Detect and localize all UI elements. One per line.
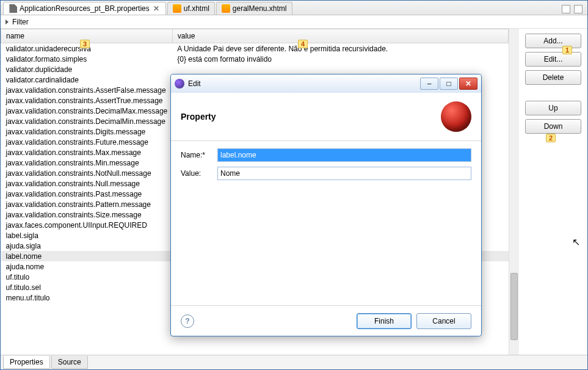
help-icon[interactable]: ? [181, 314, 194, 328]
filter-bar[interactable]: Filter [1, 15, 587, 29]
cell-name: javax.validation.constraints.AssertFalse… [1, 85, 173, 95]
value-input[interactable] [217, 167, 471, 180]
cursor-icon: ↖ [572, 236, 580, 248]
dialog-form: Name:* Value: [171, 141, 481, 192]
cell-name: ajuda.nome [1, 261, 173, 272]
xhtml-icon [222, 4, 230, 13]
property-icon [441, 101, 471, 132]
minimize-view-icon[interactable] [562, 5, 570, 13]
value-label: Value: [181, 169, 217, 178]
dialog-minimize-button[interactable]: – [420, 78, 438, 90]
cell-name: validator.cardinalidade [1, 74, 173, 85]
cell-name: uf.titulo.sel [1, 282, 173, 292]
cell-name: uf.titulo [1, 272, 173, 282]
add-button[interactable]: Add... [525, 34, 581, 48]
callout-2: 2 [546, 134, 556, 142]
file-icon [9, 4, 17, 13]
tab-close-icon[interactable]: ✕ [152, 4, 161, 13]
cell-name: javax.validation.constraints.AssertTrue.… [1, 95, 173, 106]
eclipse-icon [175, 79, 184, 89]
dialog-close-button[interactable]: ✕ [459, 78, 477, 90]
finish-button[interactable]: Finish [357, 313, 412, 329]
callout-4: 4 [298, 40, 308, 48]
cell-value: A Unidade Pai deve ser diferente. Não é … [172, 43, 508, 54]
tab-label: geralMenu.xhtml [233, 4, 287, 13]
cell-name: javax.validation.constraints.NotNull.mes… [1, 168, 173, 178]
delete-button[interactable]: Delete [525, 70, 581, 85]
cell-name: label.nome [1, 251, 173, 261]
table-row[interactable]: validator.duplicidade [1, 64, 509, 74]
cell-name: javax.validation.constraints.Pattern.mes… [1, 199, 173, 209]
editor-tab-0[interactable]: ApplicationResources_pt_BR.properties✕ [3, 2, 166, 15]
callout-1: 1 [562, 46, 572, 54]
editor-tabbar: ApplicationResources_pt_BR.properties✕uf… [1, 1, 587, 15]
cell-name: javax.validation.constraints.Future.mess… [1, 137, 173, 147]
tab-label: ApplicationResources_pt_BR.properties [20, 4, 150, 13]
editor-tab-2[interactable]: geralMenu.xhtml [216, 2, 292, 15]
cell-name: label.sigla [1, 230, 173, 241]
filter-label: Filter [12, 18, 29, 26]
up-button[interactable]: Up [525, 101, 581, 115]
tab-source[interactable]: Source [51, 356, 88, 369]
dialog-footer: ? Finish Cancel [171, 305, 481, 336]
down-button[interactable]: Down [525, 119, 581, 134]
cell-name: javax.faces.component.UIInput.REQUIRED [1, 220, 173, 230]
cell-name: javax.validation.constraints.Digits.mess… [1, 126, 173, 137]
sidebar-buttons: Add... Edit... Delete Up Down [519, 29, 587, 355]
maximize-view-icon[interactable] [574, 5, 583, 13]
dialog-title: Edit [188, 79, 201, 88]
cell-name: javax.validation.constraints.Past.messag… [1, 189, 173, 199]
edit-button[interactable]: Edit... [525, 52, 581, 67]
cell-name: javax.validation.constraints.Max.message [1, 147, 173, 158]
table-row[interactable]: validator.formato.simples{0} está com fo… [1, 54, 509, 64]
cancel-button[interactable]: Cancel [416, 313, 471, 329]
cell-name: javax.validation.constraints.Size.messag… [1, 209, 173, 220]
name-label: Name:* [181, 151, 217, 159]
cell-name: menu.uf.titulo [1, 292, 173, 303]
callout-3: 3 [80, 40, 90, 48]
tab-label: uf.xhtml [184, 4, 209, 13]
chevron-right-icon [5, 20, 9, 24]
vertical-scrollbar[interactable] [509, 29, 519, 355]
cell-name: validator.formato.simples [1, 54, 173, 64]
xhtml-icon [173, 4, 181, 13]
table-row[interactable]: validator.unidaderecursivaA Unidade Pai … [1, 43, 509, 54]
cell-name: javax.validation.constraints.Null.messag… [1, 178, 173, 189]
cell-name: javax.validation.constraints.Min.message [1, 158, 173, 168]
bottom-tabbar: Properties Source [1, 355, 587, 369]
editor-tab-1[interactable]: uf.xhtml [167, 2, 215, 15]
cell-name: ajuda.sigla [1, 241, 173, 251]
cell-name: validator.duplicidade [1, 64, 173, 74]
name-input[interactable] [217, 148, 471, 162]
scroll-thumb[interactable] [510, 273, 518, 340]
view-controls [562, 5, 587, 15]
cell-name: javax.validation.constraints.DecimalMax.… [1, 106, 173, 116]
cell-name: javax.validation.constraints.DecimalMin.… [1, 116, 173, 126]
column-value-header[interactable]: value [172, 29, 508, 43]
edit-dialog: Edit – □ ✕ Property Name:* Value: ? Fini… [170, 74, 482, 336]
tab-properties[interactable]: Properties [3, 356, 50, 369]
dialog-titlebar[interactable]: Edit – □ ✕ [171, 74, 481, 93]
dialog-maximize-button[interactable]: □ [440, 78, 458, 90]
dialog-header: Property [171, 93, 481, 141]
cell-value [172, 64, 508, 74]
cell-value: {0} está com formato inválido [172, 54, 508, 64]
dialog-heading: Property [181, 112, 216, 122]
